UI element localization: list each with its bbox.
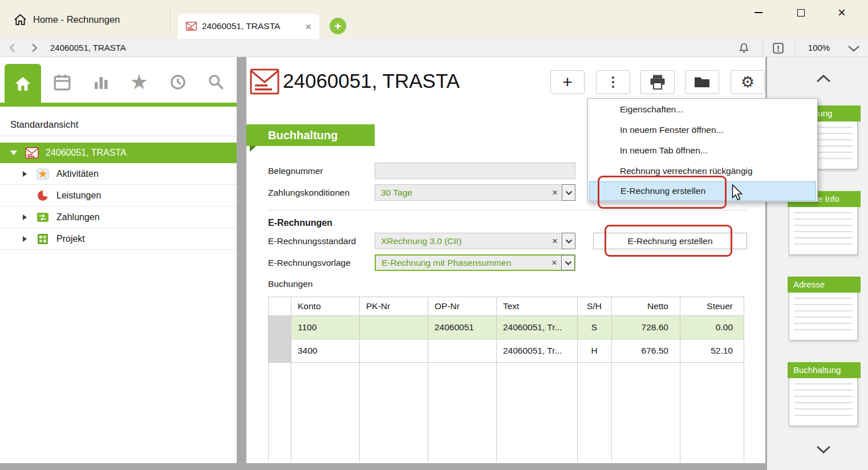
gear-icon: ⚙ — [741, 73, 755, 91]
maximize-button[interactable] — [788, 1, 813, 24]
collapse-icon[interactable] — [10, 151, 17, 155]
col-header-opnr[interactable]: OP-Nr — [435, 297, 492, 315]
sidebar-tab-favorites[interactable]: ★ — [129, 72, 149, 92]
clear-icon[interactable]: × — [548, 187, 562, 198]
col-header-steuer[interactable]: Steuer — [680, 297, 739, 315]
thumbnail-label: Adresse — [788, 277, 861, 293]
chevron-down-icon[interactable] — [562, 233, 575, 249]
cell-pknr — [366, 315, 423, 339]
chevron-down-icon[interactable] — [561, 255, 575, 270]
forward-button[interactable] — [29, 43, 39, 53]
folder-icon — [693, 75, 711, 89]
settings-button[interactable]: ⚙ — [731, 70, 765, 94]
chevron-down-icon[interactable] — [847, 45, 860, 52]
cell-netto: 728.60 — [611, 315, 674, 339]
cell-opnr — [435, 339, 492, 362]
menu-item-neuer-tab[interactable]: In neuem Tab öffnen... — [588, 140, 817, 161]
sidebar-tab-statistics[interactable] — [91, 72, 111, 92]
plus-icon: + — [334, 19, 341, 33]
col-header-netto[interactable]: Netto — [611, 297, 674, 315]
zahlungskonditionen-label: Zahlungskonditionen — [268, 184, 350, 201]
erechnungsstandard-value: XRechnung 3.0 (CII) — [375, 236, 548, 246]
open-folder-button[interactable] — [685, 70, 719, 94]
erechnungsstandard-select[interactable]: XRechnung 3.0 (CII) × — [375, 233, 575, 249]
search-icon — [207, 73, 225, 91]
home-icon — [14, 76, 31, 91]
menu-item-neues-fenster[interactable]: In neuem Fenster öffnen... — [588, 120, 817, 140]
navigation-tree: 24060051, TRASTA Aktivitäten — [0, 143, 237, 250]
belegnummer-input[interactable] — [375, 163, 575, 179]
cell-text: 24060051, Tr... — [503, 315, 574, 339]
annotation-rect-button — [605, 225, 732, 257]
bookings-table: Konto PK-Nr OP-Nr Text S/H Netto Steuer … — [268, 297, 744, 462]
clear-icon[interactable]: × — [547, 257, 561, 269]
close-button[interactable]: × — [829, 1, 854, 24]
tree-indent — [23, 195, 36, 196]
cell-pknr — [366, 339, 423, 362]
erechnungsvorlage-label: E-Rechnungsvorlage — [268, 254, 351, 271]
cell-sh: S — [577, 315, 611, 339]
minimize-button[interactable] — [746, 1, 771, 24]
tab-divider — [170, 9, 171, 31]
expand-icon[interactable] — [23, 214, 27, 220]
tab-label: 24060051, TRASTA — [202, 21, 280, 31]
zoom-level[interactable]: 100% — [804, 39, 834, 57]
page-title: 24060051, TRASTA — [283, 70, 460, 92]
new-tab-button[interactable]: + — [330, 18, 346, 34]
invoice-icon — [186, 22, 197, 31]
tree-item-zahlungen[interactable]: Zahlungen — [0, 206, 237, 228]
menu-item-eigenschaften[interactable]: Eigenschaften... — [588, 99, 817, 120]
project-icon — [36, 233, 50, 245]
zahlungskonditionen-select[interactable]: 30 Tage × — [375, 184, 575, 201]
history-icon — [169, 73, 187, 91]
scroll-down-button[interactable] — [816, 445, 831, 454]
back-button[interactable] — [8, 43, 18, 53]
calendar-icon — [53, 73, 71, 91]
sidebar-tab-home[interactable] — [5, 64, 41, 103]
add-button[interactable]: + — [550, 70, 585, 94]
form-separator — [268, 210, 747, 210]
erechnungsvorlage-select[interactable]: E-Rechnung mit Phasensummen × — [375, 254, 575, 271]
bar-chart-icon — [92, 74, 109, 91]
sidebar-tab-calendar[interactable] — [52, 72, 72, 92]
chevron-down-icon[interactable] — [562, 184, 575, 201]
home-tab[interactable]: Home - Rechnungen — [14, 0, 120, 39]
tab-bar: Home - Rechnungen 24060051, TRASTA × + × — [0, 0, 868, 39]
expand-icon[interactable] — [23, 236, 27, 242]
sidebar-tab-history[interactable] — [168, 72, 188, 92]
alerts-button[interactable] — [771, 41, 785, 55]
col-header-text[interactable]: Text — [503, 297, 574, 315]
more-options-button[interactable] — [596, 70, 630, 94]
tree-item-aktivitaeten[interactable]: Aktivitäten — [0, 163, 237, 185]
tree-item-projekt[interactable]: Projekt — [0, 228, 237, 250]
col-header-konto[interactable]: Konto — [298, 297, 355, 315]
tab-close-icon[interactable]: × — [305, 21, 311, 32]
tree-item-label: Aktivitäten — [56, 169, 99, 179]
clear-icon[interactable]: × — [548, 236, 562, 247]
print-button[interactable] — [640, 70, 675, 94]
zahlungskonditionen-value: 30 Tage — [375, 188, 548, 198]
cell-steuer: 52.10 — [680, 339, 739, 362]
tree-item-leistungen[interactable]: Leistungen — [0, 185, 237, 206]
col-header-sh[interactable]: S/H — [577, 297, 611, 315]
cell-steuer: 0.00 — [680, 315, 739, 339]
home-icon — [14, 14, 27, 26]
minimize-icon — [755, 12, 762, 13]
thumbnail-content — [794, 298, 853, 335]
thumbnail-content — [794, 212, 853, 250]
notifications-button[interactable] — [737, 41, 751, 55]
col-header-pknr[interactable]: PK-Nr — [366, 297, 423, 315]
plus-icon: + — [562, 72, 573, 92]
belegnummer-label: Belegnummer — [268, 163, 323, 179]
expand-icon[interactable] — [23, 171, 27, 177]
cell-konto: 1100 — [298, 315, 355, 339]
tab-invoice[interactable]: 24060051, TRASTA × — [178, 14, 319, 39]
scroll-up-button[interactable] — [816, 74, 831, 83]
tree-item-label: Leistungen — [56, 191, 101, 201]
sidebar-tab-search[interactable] — [206, 72, 226, 92]
cell-sh: H — [577, 339, 611, 362]
close-icon: × — [838, 6, 846, 19]
tree-item-invoice[interactable]: 24060051, TRASTA — [0, 143, 237, 163]
kebab-menu-icon — [612, 76, 614, 88]
cell-text: 24060051, Tr... — [503, 339, 574, 362]
